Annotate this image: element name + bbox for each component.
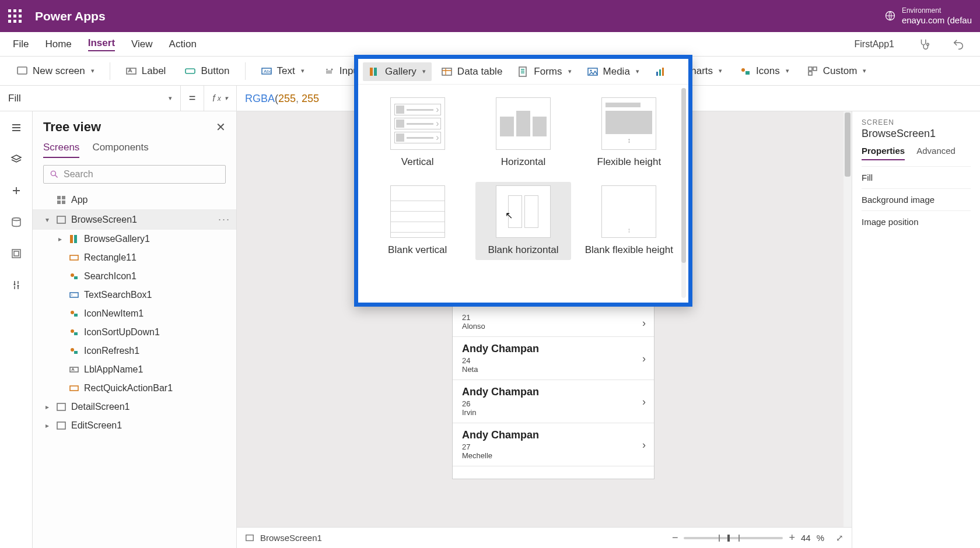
text-button[interactable]: Abc Text ▾ xyxy=(254,62,312,80)
tab-components[interactable]: Components xyxy=(92,142,148,158)
media-icon xyxy=(587,66,598,78)
gallery-option-vertical[interactable]: ››› Vertical xyxy=(370,94,465,171)
gallery-button[interactable]: Gallery ▾ xyxy=(363,62,432,81)
tree-node-rectquick[interactable]: RectQuickActionBar1 xyxy=(33,379,236,398)
property-name: Fill xyxy=(8,93,21,104)
menu-view[interactable]: View xyxy=(131,38,153,50)
svg-rect-36 xyxy=(70,367,78,372)
menu-home[interactable]: Home xyxy=(45,38,71,50)
tree-node-editscreen[interactable]: ▸EditScreen1 xyxy=(33,416,236,435)
undo-button[interactable] xyxy=(950,36,967,53)
list-item-title: Andy Champan xyxy=(462,429,645,441)
tree-node-browsescreen[interactable]: ▾BrowseScreen1··· xyxy=(33,209,236,230)
environment-label: Environment xyxy=(902,6,972,15)
fx-button[interactable]: fx▾ xyxy=(204,86,237,111)
tree-node-iconrefresh[interactable]: IconRefresh1 xyxy=(33,342,236,360)
tree-node-textsearch[interactable]: TextSearchBox1 xyxy=(33,286,236,304)
tab-advanced[interactable]: Advanced xyxy=(916,146,956,160)
more-icon[interactable]: ··· xyxy=(218,213,230,226)
waffle-icon[interactable] xyxy=(8,9,22,23)
rail-hamburger[interactable] xyxy=(8,120,24,136)
charts-ribbon-button[interactable] xyxy=(649,62,668,81)
caret-right-icon[interactable]: ▸ xyxy=(56,235,64,243)
prop-row-fill[interactable]: Fill xyxy=(862,166,971,188)
tree-node-rectangle[interactable]: Rectangle11 xyxy=(33,248,236,267)
screen-status-icon xyxy=(245,533,254,543)
gallery-option-flexible-height[interactable]: ↕ Flexible height xyxy=(582,94,677,171)
caret-down-icon[interactable]: ▾ xyxy=(43,216,51,224)
tree-node-detailscreen[interactable]: ▸DetailScreen1 xyxy=(33,398,236,416)
chevron-right-icon[interactable]: › xyxy=(642,438,646,451)
chevron-down-icon: ▾ xyxy=(169,94,172,102)
caret-right-icon[interactable]: ▸ xyxy=(43,403,51,411)
forms-button[interactable]: Forms ▾ xyxy=(512,62,577,81)
forms-icon xyxy=(517,66,529,78)
rail-media[interactable] xyxy=(8,245,24,262)
prop-row-bgimage[interactable]: Background image xyxy=(862,188,971,210)
rail-data[interactable] xyxy=(8,214,24,230)
popup-scrollbar[interactable] xyxy=(681,88,686,298)
label-button[interactable]: Label xyxy=(118,62,173,80)
tree-node-iconsort[interactable]: IconSortUpDown1 xyxy=(33,323,236,342)
icon-node-icon xyxy=(69,346,79,356)
tree-node-browsegallery[interactable]: ▸BrowseGallery1 xyxy=(33,230,236,248)
chevron-right-icon[interactable]: › xyxy=(642,317,646,329)
zoom-slider[interactable] xyxy=(684,537,783,539)
rail-tree-view[interactable] xyxy=(8,151,24,167)
media-button[interactable]: Media ▾ xyxy=(581,62,645,81)
caret-right-icon[interactable]: ▸ xyxy=(43,421,51,430)
chevron-down-icon: ▾ xyxy=(568,68,572,75)
prop-row-imgpos[interactable]: Image position xyxy=(862,210,971,233)
rectangle-icon xyxy=(69,383,79,394)
gallery-option-blank-flexible-height[interactable]: ↕ Blank flexible height xyxy=(582,182,677,259)
data-table-button[interactable]: Data table xyxy=(435,62,509,81)
gallery-option-horizontal[interactable]: Horizontal xyxy=(475,94,570,171)
list-item[interactable]: 21 Alonso › xyxy=(453,310,654,337)
close-panel-button[interactable]: ✕ xyxy=(216,120,226,134)
svg-rect-20 xyxy=(62,196,65,199)
tree-node-lblapp[interactable]: LblAppName1 xyxy=(33,360,236,379)
icon-node-icon xyxy=(69,308,79,319)
property-selector[interactable]: Fill ▾ xyxy=(0,86,181,111)
zoom-out-button[interactable]: − xyxy=(672,532,678,544)
textinput-icon xyxy=(69,290,79,300)
tree-node-searchicon[interactable]: SearchIcon1 xyxy=(33,267,236,286)
list-item[interactable]: Andy Champan 26 Irvin › xyxy=(453,380,654,423)
gallery-option-blank-horizontal[interactable]: Blank horizontal xyxy=(475,182,570,259)
svg-rect-23 xyxy=(57,216,65,223)
app-name-field[interactable]: FirstApp1 xyxy=(849,36,900,52)
chevron-right-icon[interactable]: › xyxy=(642,395,646,408)
environment-picker[interactable]: Environment enayu.com (defau xyxy=(884,6,972,25)
list-item[interactable]: Andy Champan 24 Neta › xyxy=(453,337,654,380)
chevron-down-icon: ▾ xyxy=(863,67,866,75)
menu-file[interactable]: File xyxy=(13,38,29,50)
icons-button[interactable]: Icons ▾ xyxy=(733,62,796,80)
svg-rect-14 xyxy=(12,250,20,258)
equals-label: = xyxy=(181,86,204,111)
svg-rect-47 xyxy=(656,72,658,76)
tab-screens[interactable]: Screens xyxy=(43,142,79,158)
list-item[interactable]: Andy Champan 27 Mechelle › xyxy=(453,423,654,466)
zoom-in-button[interactable]: + xyxy=(789,532,795,544)
fit-screen-button[interactable]: ⤢ xyxy=(836,533,844,543)
custom-button[interactable]: Custom ▾ xyxy=(800,62,874,80)
gallery-option-blank-vertical[interactable]: Blank vertical xyxy=(370,182,465,259)
tab-properties[interactable]: Properties xyxy=(862,146,905,160)
tree-node-iconnew[interactable]: IconNewItem1 xyxy=(33,304,236,323)
canvas-scrollbar[interactable] xyxy=(844,111,852,527)
label-label: Label xyxy=(142,65,166,77)
chevron-right-icon[interactable]: › xyxy=(642,352,646,364)
rail-advanced[interactable] xyxy=(8,277,24,293)
menu-action[interactable]: Action xyxy=(169,38,197,50)
tree-node-app[interactable]: App xyxy=(33,191,236,209)
menu-insert[interactable]: Insert xyxy=(88,37,115,51)
input-icon xyxy=(323,65,335,77)
rail-insert[interactable] xyxy=(8,182,24,199)
tree-label: Rectangle11 xyxy=(84,252,136,263)
new-screen-button[interactable]: New screen ▾ xyxy=(9,62,102,80)
button-button[interactable]: Button xyxy=(177,62,236,80)
tree-search-input[interactable]: Search xyxy=(43,165,226,184)
screen-icon xyxy=(16,65,28,77)
app-checker-button[interactable] xyxy=(916,36,933,53)
formula-fn: RGBA xyxy=(245,93,275,104)
